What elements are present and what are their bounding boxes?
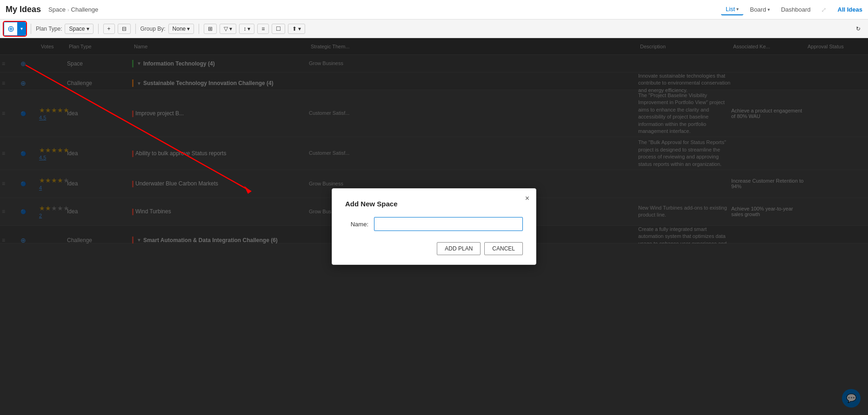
list-chevron-icon: ▾	[736, 7, 739, 12]
export-chevron-icon: ▾	[298, 26, 301, 32]
top-bar: My Ideas Space › Challenge List ▾ Board …	[0, 0, 868, 20]
board-chevron-icon: ▾	[768, 7, 770, 12]
refresh-button[interactable]: ↻	[852, 24, 864, 33]
comment-icon: ☐	[276, 26, 281, 32]
toolbar: ⊕ ▾ Plan Type: Space ▾ + ⊟ Group By: Non…	[0, 20, 868, 38]
toolbar-separator-1	[31, 24, 31, 34]
breadcrumb-space[interactable]: Space	[48, 6, 66, 13]
dialog-name-label: Name:	[345, 221, 368, 228]
add-column-button[interactable]: +	[103, 24, 115, 34]
add-dropdown-button[interactable]: ▾	[17, 22, 26, 35]
plan-type-dropdown-button[interactable]: Space ▾	[65, 24, 93, 34]
toolbar-separator-4	[199, 24, 199, 34]
filter-button[interactable]: ▽ ▾	[220, 24, 236, 34]
nav-board-button[interactable]: Board ▾	[745, 4, 775, 15]
dialog-name-input[interactable]	[374, 217, 523, 231]
sort-button[interactable]: ↕ ▾	[239, 24, 254, 34]
add-dropdown-arrow-icon: ▾	[20, 26, 23, 31]
split-view-icon: ⊟	[122, 26, 127, 32]
refresh-icon: ↻	[856, 26, 861, 32]
group-by-dropdown-button[interactable]: None ▾	[168, 24, 194, 34]
sort-chevron-icon: ▾	[247, 26, 250, 32]
add-button-group[interactable]: ⊕ ▾	[4, 22, 26, 36]
nav-list-button[interactable]: List ▾	[721, 4, 743, 15]
nav-dashboard-button[interactable]: Dashboard	[776, 4, 815, 15]
breadcrumb-challenge[interactable]: Challenge	[71, 6, 99, 13]
columns-icon: ⊞	[208, 26, 213, 32]
filter-chevron-icon: ▾	[229, 26, 232, 32]
list-icon: ≡	[261, 26, 265, 32]
dialog-field-name: Name:	[345, 217, 523, 231]
cancel-button[interactable]: CANCEL	[484, 242, 523, 255]
plan-type-label: Plan Type:	[36, 26, 62, 32]
app-title: My Ideas	[6, 5, 41, 14]
group-by-label: Group By:	[140, 26, 166, 32]
export-icon: ⬆	[292, 26, 297, 32]
comment-button[interactable]: ☐	[272, 24, 285, 34]
export-button[interactable]: ⬆ ▾	[288, 24, 305, 34]
minimize-icon: ⤢	[821, 6, 827, 13]
add-column-icon: +	[107, 26, 111, 32]
split-view-button[interactable]: ⊟	[118, 24, 131, 34]
plan-type-chevron-icon: ▾	[87, 26, 89, 32]
add-main-button[interactable]: ⊕	[4, 22, 17, 35]
group-by-chevron-icon: ▾	[187, 26, 190, 32]
add-plan-button[interactable]: ADD PLAN	[437, 242, 481, 255]
add-new-space-dialog: Add New Space × Name: ADD PLAN CANCEL	[332, 188, 536, 265]
list-view-button[interactable]: ≡	[257, 24, 269, 34]
top-right-nav: List ▾ Board ▾ Dashboard ⤢ All Ideas	[721, 4, 862, 15]
dialog-title: Add New Space	[345, 200, 523, 208]
filter-icon: ▽	[224, 26, 228, 32]
sort-icon: ↕	[243, 26, 246, 32]
dialog-close-button[interactable]: ×	[525, 194, 529, 203]
columns-button[interactable]: ⊞	[204, 24, 217, 34]
add-plus-icon: ⊕	[7, 24, 14, 34]
toolbar-separator-3	[135, 24, 136, 34]
dialog-overlay: Add New Space × Name: ADD PLAN CANCEL	[0, 38, 868, 415]
all-ideas-button[interactable]: All Ideas	[838, 6, 862, 13]
dialog-footer: ADD PLAN CANCEL	[345, 242, 523, 255]
main-area: Votes Plan Type Name Strategic Them... D…	[0, 38, 868, 415]
toolbar-separator-2	[98, 24, 99, 34]
